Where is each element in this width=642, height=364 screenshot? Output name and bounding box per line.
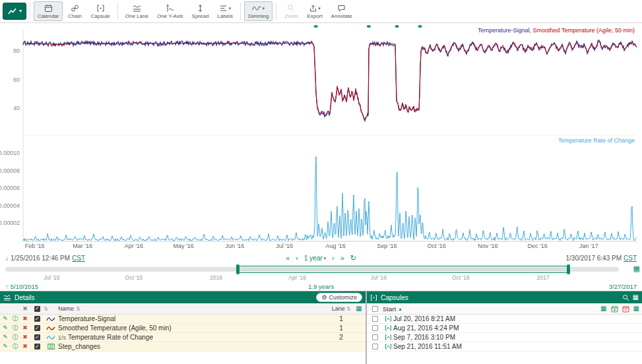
timeline-tick-label: Oct '16 [452, 274, 470, 281]
edit-icon[interactable]: ✎ [0, 325, 11, 331]
display-range-start[interactable]: 1/25/2016 12:46 PM [11, 255, 70, 262]
toolbar-chain-button[interactable]: Chain [63, 1, 86, 21]
info-icon[interactable]: ⓘ [11, 325, 20, 331]
row-checkbox[interactable] [34, 334, 40, 340]
row-checkbox[interactable] [34, 316, 40, 322]
capsule-checkbox[interactable] [372, 325, 378, 331]
capsule-start-value[interactable]: Sep 21, 2016 11:51 AM [393, 343, 642, 350]
trend-chart-svg[interactable]: 406080Temperature-Signal, Smoothed Tempe… [0, 23, 642, 242]
lane-value: 2 [330, 334, 352, 341]
x-axis-label: Dec '16 [527, 243, 547, 249]
series-name[interactable]: Temperature-Signal [58, 315, 330, 322]
toolbar-one-lane-button[interactable]: One Lane [121, 1, 152, 21]
timezone-link[interactable]: CST [624, 255, 637, 262]
selection-right-handle[interactable] [567, 264, 570, 274]
capsule-table-icon[interactable]: ▦ [600, 305, 606, 312]
capsules-grid-icon[interactable]: ▦ [633, 294, 639, 301]
info-icon[interactable]: ⓘ [11, 334, 20, 340]
toolbar-one-y-axis-button[interactable]: One Y-Axis [153, 1, 187, 21]
x-axis-label: Aug '16 [326, 243, 346, 249]
toolbar-spread-button[interactable]: Spread [188, 1, 213, 21]
timeline-selection[interactable] [238, 266, 569, 273]
details-row: ✎ ⓘ ✖ 1/sTemperature Rate of Change 2 [0, 333, 366, 342]
x-axis-label: Sep '16 [377, 243, 397, 249]
condition-icon [44, 344, 58, 349]
sort-type-icon[interactable]: ⇅ [44, 306, 58, 312]
display-range-end[interactable]: 1/30/2017 6:43 PM [565, 255, 622, 262]
capsule-start-value[interactable]: Jul 20, 2016 8:21 AM [393, 315, 642, 322]
edit-icon[interactable]: ✎ [0, 334, 11, 340]
select-all-capsules-checkbox[interactable] [372, 306, 378, 312]
capsule-checkbox[interactable] [372, 334, 378, 340]
capsule-start-value[interactable]: Aug 21, 2016 4:24 PM [393, 324, 642, 332]
refresh-icon[interactable]: ↻ [350, 255, 356, 262]
capsule-start-value[interactable]: Sep 7, 2016 3:10 PM [393, 334, 642, 341]
investigate-range-duration: 1.9 years [150, 283, 492, 290]
capsule-icon [96, 4, 105, 13]
row-checkbox[interactable] [34, 344, 40, 349]
timeline-options-icon[interactable]: ▦ [633, 265, 640, 272]
series-name[interactable]: Step_changes [58, 343, 330, 350]
start-column-header[interactable]: Start▲ [383, 305, 600, 313]
lane-value: 1 [330, 324, 352, 332]
sort-asc-icon: ▲ [398, 307, 402, 311]
investigate-range-bar: ↑ 5/10/2015 1.9 years 3/27/2017 [0, 282, 642, 291]
svg-text:0.00002: 0.00002 [0, 220, 20, 226]
toolbar-dimming-button[interactable]: ▾ Dimming [244, 1, 273, 21]
name-column-header[interactable]: Name⇅ [58, 305, 330, 312]
workbench-logo-button[interactable]: ▾ [3, 3, 26, 20]
table-options-icon[interactable]: ▦ [352, 305, 366, 312]
toolbar-annotate-button[interactable]: Annotate [327, 1, 356, 21]
workbench-app: ▾ Calendar Chain Capsule One Lane One Y-… [0, 0, 642, 364]
investigate-range-start[interactable]: 5/10/2015 [11, 283, 38, 290]
toolbar-export-button[interactable]: ▾ Export [303, 1, 326, 21]
capsule-type-icon [383, 334, 393, 340]
info-icon[interactable]: ⓘ [11, 316, 20, 322]
step-back-button[interactable]: ‹ [296, 255, 298, 262]
select-all-checkbox[interactable] [34, 306, 40, 312]
spread-icon [196, 4, 205, 13]
capsules-table-header: Start▲ ▦ ▦ [367, 303, 642, 315]
fast-forward-button[interactable]: » [340, 255, 344, 262]
row-checkbox[interactable] [34, 325, 40, 331]
remove-icon[interactable]: ✖ [20, 344, 30, 349]
signal-icon [44, 316, 58, 322]
edit-icon[interactable]: ✎ [0, 344, 11, 349]
edit-icon[interactable]: ✎ [0, 316, 11, 322]
add-capsule-time-icon[interactable] [611, 305, 618, 313]
series-name[interactable]: Smoothed Temperature (Agile, 50 min) [58, 324, 330, 332]
series-name[interactable]: 1/sTemperature Rate of Change [58, 334, 330, 341]
timezone-link[interactable]: CST [72, 255, 85, 262]
remove-icon[interactable]: ✖ [20, 334, 30, 340]
step-forward-button[interactable]: › [332, 255, 335, 262]
customize-button[interactable]: ⚙ Customize [316, 293, 362, 302]
fast-back-button[interactable]: « [286, 255, 290, 262]
timeline-tick-labels: Jul '15Oct '152016Apr '16Jul '16Oct '162… [5, 274, 619, 282]
remove-icon[interactable]: ✖ [20, 325, 30, 331]
sort-icon: ⇅ [346, 306, 351, 312]
trend-chart-area[interactable]: 406080Temperature-Signal, Smoothed Tempe… [0, 23, 642, 242]
info-icon[interactable]: ⓘ [11, 344, 20, 349]
duration-dropdown[interactable]: 1 year▾ [304, 255, 326, 262]
capsule-type-icon [383, 316, 393, 322]
capsule-row: Jul 20, 2016 8:21 AM [367, 315, 642, 324]
selection-left-handle[interactable] [236, 264, 240, 274]
toolbar-zoom-button[interactable]: Zoom [280, 1, 302, 21]
lane-column-header[interactable]: Lane⇅ [330, 305, 352, 312]
x-axis-label: Jul '16 [276, 243, 293, 249]
capsule-checkbox[interactable] [372, 344, 378, 349]
remove-icon[interactable]: ✖ [20, 316, 30, 322]
x-axis-label: Mar '16 [73, 243, 92, 249]
capsule-type-icon [383, 344, 393, 349]
capsule-checkbox[interactable] [372, 316, 378, 322]
remove-capsule-time-icon[interactable] [622, 305, 629, 313]
capsule-columns-icon[interactable]: ▦ [633, 305, 639, 312]
search-icon[interactable] [622, 294, 629, 301]
toolbar-calendar-button[interactable]: Calendar [34, 1, 63, 21]
svg-text:Temperature Rate of Change: Temperature Rate of Change [558, 137, 635, 144]
remove-all-icon[interactable]: ✖ [20, 306, 30, 312]
investigate-range-end[interactable]: 3/27/2017 [609, 283, 637, 290]
toolbar-capsule-button[interactable]: Capsule [86, 1, 113, 21]
timeline-tick-label: Jul '15 [44, 274, 59, 281]
toolbar-labels-button[interactable]: ▾ Labels [213, 1, 237, 21]
